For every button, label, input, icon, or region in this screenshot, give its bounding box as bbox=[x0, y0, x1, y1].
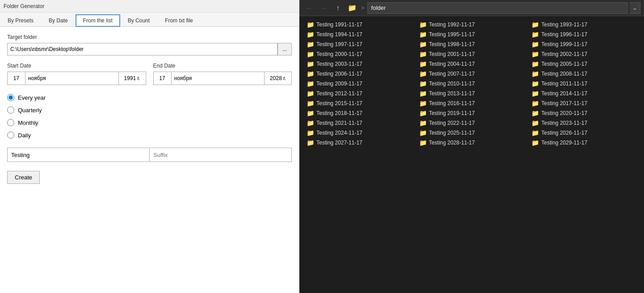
folder-name: Testing 2013-11-17 bbox=[429, 90, 475, 97]
list-item[interactable]: 📁Testing 2015-11-17 bbox=[303, 98, 416, 108]
suffix-input[interactable] bbox=[149, 148, 292, 162]
expand-button[interactable]: ⌄ bbox=[630, 2, 640, 14]
list-item[interactable]: 📁Testing 2010-11-17 bbox=[416, 79, 528, 89]
folder-name: Testing 2003-11-17 bbox=[316, 61, 362, 67]
right-panel: ← → ↑ 📁 > folder ⌄ 📁Testing 1991-11-17📁T… bbox=[299, 0, 644, 293]
name-row bbox=[7, 148, 292, 162]
folder-name: Testing 1998-11-17 bbox=[429, 41, 475, 47]
list-item[interactable]: 📁Testing 2003-11-17 bbox=[303, 59, 416, 69]
list-item[interactable]: 📁Testing 2024-11-17 bbox=[303, 128, 416, 138]
folder-name: Testing 2011-11-17 bbox=[541, 81, 587, 87]
folder-name: Testing 1994-11-17 bbox=[316, 31, 362, 38]
list-item[interactable]: 📁Testing 1996-11-17 bbox=[528, 30, 640, 39]
list-item[interactable]: 📁Testing 2029-11-17 bbox=[528, 138, 640, 148]
folder-name: Testing 2028-11-17 bbox=[429, 140, 475, 146]
folder-name: Testing 2026-11-17 bbox=[541, 130, 587, 136]
app-title: Folder Generator bbox=[4, 3, 44, 9]
list-item[interactable]: 📁Testing 2022-11-17 bbox=[416, 118, 528, 128]
end-date-month[interactable] bbox=[172, 72, 265, 85]
folder-name: Testing 2009-11-17 bbox=[316, 81, 362, 87]
list-item[interactable]: 📁Testing 1991-11-17 bbox=[303, 20, 416, 30]
list-item[interactable]: 📁Testing 2000-11-17 bbox=[303, 49, 416, 59]
radio-every-year[interactable]: Every year bbox=[7, 94, 292, 101]
tab-from-list[interactable]: From the list bbox=[76, 14, 120, 27]
folder-icon: 📁 bbox=[419, 80, 427, 87]
start-date-year[interactable] bbox=[119, 72, 146, 85]
folder-icon: 📁 bbox=[419, 100, 427, 107]
folder-icon: 📁 bbox=[531, 119, 539, 127]
forward-button[interactable]: → bbox=[317, 2, 330, 14]
name-input[interactable] bbox=[7, 148, 149, 162]
tab-from-txt[interactable]: From txt file bbox=[157, 14, 201, 26]
folder-icon: 📁 bbox=[419, 70, 427, 77]
folder-icon: 📁 bbox=[307, 100, 314, 107]
list-item[interactable]: 📁Testing 2011-11-17 bbox=[528, 79, 640, 89]
tab-by-count[interactable]: By Count bbox=[120, 14, 157, 26]
browse-button[interactable]: ... bbox=[278, 43, 292, 55]
folder-icon: 📁 bbox=[307, 21, 314, 28]
list-item[interactable]: 📁Testing 1997-11-17 bbox=[303, 39, 416, 49]
radio-monthly[interactable]: Monthly bbox=[7, 119, 292, 126]
list-item[interactable]: 📁Testing 2025-11-17 bbox=[416, 128, 528, 138]
start-date-month[interactable] bbox=[25, 72, 119, 85]
folder-name: Testing 2001-11-17 bbox=[429, 51, 475, 57]
list-item[interactable]: 📁Testing 2009-11-17 bbox=[303, 79, 416, 89]
folder-icon: 📁 bbox=[531, 51, 539, 58]
end-date-day[interactable] bbox=[154, 72, 172, 85]
start-date-fields bbox=[7, 72, 146, 85]
title-bar: Folder Generator bbox=[0, 0, 299, 13]
list-item[interactable]: 📁Testing 2014-11-17 bbox=[528, 89, 640, 98]
list-item[interactable]: 📁Testing 2013-11-17 bbox=[416, 89, 528, 98]
list-item[interactable]: 📁Testing 2005-11-17 bbox=[528, 59, 640, 69]
list-item[interactable]: 📁Testing 1999-11-17 bbox=[528, 39, 640, 49]
list-item[interactable]: 📁Testing 2028-11-17 bbox=[416, 138, 528, 148]
folder-name: Testing 2010-11-17 bbox=[429, 81, 475, 87]
folder-name: Testing 2029-11-17 bbox=[541, 140, 587, 146]
tab-by-presets[interactable]: By Presets bbox=[0, 14, 41, 26]
list-item[interactable]: 📁Testing 1998-11-17 bbox=[416, 39, 528, 49]
folder-name: Testing 2021-11-17 bbox=[316, 120, 362, 126]
list-item[interactable]: 📁Testing 1993-11-17 bbox=[528, 20, 640, 30]
radio-quarterly[interactable]: Quarterly bbox=[7, 106, 292, 114]
list-item[interactable]: 📁Testing 2006-11-17 bbox=[303, 69, 416, 79]
list-item[interactable]: 📁Testing 2020-11-17 bbox=[528, 108, 640, 118]
create-button[interactable]: Create bbox=[7, 171, 40, 184]
start-date-day[interactable] bbox=[8, 72, 25, 85]
folder-name: Testing 2002-11-17 bbox=[541, 51, 587, 57]
back-button[interactable]: ← bbox=[303, 2, 316, 14]
start-date-group: Start Date bbox=[7, 63, 146, 85]
list-item[interactable]: 📁Testing 2004-11-17 bbox=[416, 59, 528, 69]
list-item[interactable]: 📁Testing 2021-11-17 bbox=[303, 118, 416, 128]
folder-icon: 📁 bbox=[307, 41, 314, 48]
folder-input[interactable] bbox=[7, 43, 278, 55]
list-item[interactable]: 📁Testing 1992-11-17 bbox=[416, 20, 528, 30]
list-item[interactable]: 📁Testing 2001-11-17 bbox=[416, 49, 528, 59]
up-button[interactable]: ↑ bbox=[332, 2, 344, 14]
list-item[interactable]: 📁Testing 2012-11-17 bbox=[303, 89, 416, 98]
list-item[interactable]: 📁Testing 2002-11-17 bbox=[528, 49, 640, 59]
folder-icon: 📁 bbox=[419, 21, 427, 28]
folder-icon: 📁 bbox=[307, 31, 314, 38]
list-item[interactable]: 📁Testing 2017-11-17 bbox=[528, 98, 640, 108]
list-item[interactable]: 📁Testing 2018-11-17 bbox=[303, 108, 416, 118]
tab-by-date[interactable]: By Date bbox=[41, 14, 76, 26]
list-item[interactable]: 📁Testing 2007-11-17 bbox=[416, 69, 528, 79]
list-item[interactable]: 📁Testing 2008-11-17 bbox=[528, 69, 640, 79]
folder-name: Testing 2000-11-17 bbox=[316, 51, 362, 57]
address-bar[interactable]: folder bbox=[367, 2, 628, 14]
list-item[interactable]: 📁Testing 2016-11-17 bbox=[416, 98, 528, 108]
list-item[interactable]: 📁Testing 1994-11-17 bbox=[303, 30, 416, 39]
list-item[interactable]: 📁Testing 2027-11-17 bbox=[303, 138, 416, 148]
tabs-bar: By Presets By Date From the list By Coun… bbox=[0, 13, 299, 27]
explorer-toolbar: ← → ↑ 📁 > folder ⌄ bbox=[299, 0, 644, 16]
radio-daily[interactable]: Daily bbox=[7, 132, 292, 139]
list-item[interactable]: 📁Testing 2026-11-17 bbox=[528, 128, 640, 138]
left-panel: Folder Generator By Presets By Date From… bbox=[0, 0, 299, 293]
list-item[interactable]: 📁Testing 2023-11-17 bbox=[528, 118, 640, 128]
list-item[interactable]: 📁Testing 1995-11-17 bbox=[416, 30, 528, 39]
folder-name: Testing 1999-11-17 bbox=[541, 41, 587, 47]
list-item[interactable]: 📁Testing 2019-11-17 bbox=[416, 108, 528, 118]
start-date-label: Start Date bbox=[7, 63, 146, 69]
end-date-year[interactable] bbox=[265, 72, 291, 85]
folder-name: Testing 2012-11-17 bbox=[316, 90, 362, 97]
